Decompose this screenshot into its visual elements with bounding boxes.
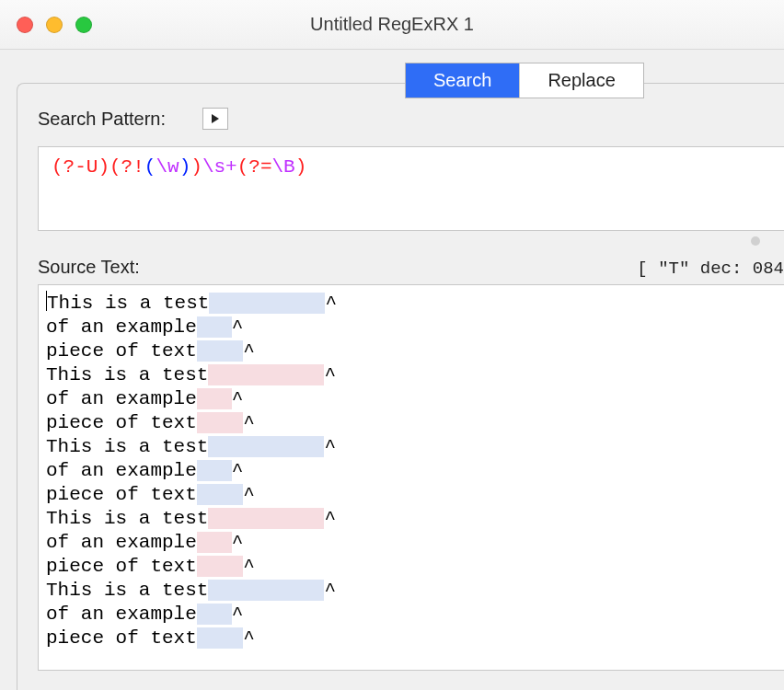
pattern-token: \s+ <box>202 156 237 178</box>
minimize-window-button[interactable] <box>46 17 63 33</box>
eol-marker: ^ <box>232 604 244 625</box>
match-highlight <box>197 316 232 338</box>
pattern-token: (?! <box>110 156 144 178</box>
source-line-text: of an example <box>46 388 197 409</box>
svg-marker-0 <box>212 114 219 123</box>
eol-marker: ^ <box>232 316 244 338</box>
match-highlight <box>197 484 243 505</box>
pattern-menu-button[interactable] <box>202 108 228 130</box>
window-titlebar: Untitled RegExRX 1 <box>0 0 784 50</box>
source-line-text: This is a test <box>46 580 208 601</box>
source-line: piece of text ^ <box>46 339 778 363</box>
source-line-text: of an example <box>46 316 197 338</box>
pattern-token: \B <box>272 156 295 178</box>
pattern-input[interactable]: (?-U)(?!(\w))\s+(?=\B) <box>38 146 784 231</box>
match-highlight <box>197 412 243 433</box>
panel-frame: Search Pattern: (?-U)(?!(\w))\s+(?=\B) S… <box>17 83 784 690</box>
source-line-text: piece of text <box>46 340 197 362</box>
source-line: piece of text ^ <box>46 411 778 435</box>
source-line: This is a test ^ <box>46 507 778 531</box>
source-line-text: This is a test <box>47 293 209 314</box>
window-traffic-lights <box>0 17 92 33</box>
source-line-text: piece of text <box>46 627 197 649</box>
source-line: of an example ^ <box>46 459 778 483</box>
source-line-text: This is a test <box>46 508 208 529</box>
match-highlight <box>197 532 232 553</box>
eol-marker: ^ <box>243 412 255 433</box>
match-highlight <box>197 604 232 625</box>
mode-tabstrip: Search Replace <box>405 63 644 98</box>
source-line: of an example ^ <box>46 531 778 555</box>
match-highlight <box>208 436 324 457</box>
eol-marker: ^ <box>325 293 337 314</box>
tab-search[interactable]: Search <box>406 63 519 98</box>
source-line-text: piece of text <box>46 412 197 433</box>
eol-marker: ^ <box>324 508 336 529</box>
tab-replace[interactable]: Replace <box>519 63 642 98</box>
source-line-text: piece of text <box>46 556 197 577</box>
match-highlight <box>209 293 325 314</box>
eol-marker: ^ <box>232 460 244 481</box>
match-highlight <box>197 460 232 481</box>
eol-marker: ^ <box>324 364 336 385</box>
eol-marker: ^ <box>232 532 244 553</box>
match-highlight <box>208 364 324 385</box>
match-highlight <box>197 388 232 409</box>
close-window-button[interactable] <box>17 17 33 33</box>
source-line: of an example ^ <box>46 316 778 339</box>
match-highlight <box>208 508 324 529</box>
split-divider[interactable] <box>17 231 784 253</box>
source-line: This is a test ^ <box>46 579 778 603</box>
play-icon <box>211 113 220 124</box>
source-line: This is a test ^ <box>46 363 778 387</box>
split-grip-icon <box>751 236 760 246</box>
source-line-text: of an example <box>46 460 197 481</box>
eol-marker: ^ <box>243 627 255 649</box>
window-title: Untitled RegExRX 1 <box>0 14 784 35</box>
match-highlight <box>208 580 324 601</box>
source-line: piece of text ^ <box>46 627 778 650</box>
source-line: piece of text ^ <box>46 483 778 507</box>
source-line-text: This is a test <box>46 436 208 457</box>
pattern-token: ) <box>190 156 202 178</box>
source-text-input[interactable]: This is a test ^of an example ^piece of … <box>38 284 784 671</box>
pattern-token: (?= <box>237 156 272 178</box>
eol-marker: ^ <box>324 580 336 601</box>
pattern-token: (?-U) <box>52 156 110 178</box>
source-line-text: piece of text <box>46 484 197 505</box>
source-line-text: of an example <box>46 532 197 553</box>
pattern-token: ( <box>144 156 156 178</box>
source-line: piece of text ^ <box>46 555 778 579</box>
eol-marker: ^ <box>232 388 244 409</box>
source-section: Source Text: [ "T" dec: 084 This is a te… <box>17 253 784 671</box>
source-line: of an example ^ <box>46 387 778 411</box>
source-line-text: of an example <box>46 604 197 625</box>
eol-marker: ^ <box>324 436 336 457</box>
source-line: This is a test ^ <box>46 291 778 316</box>
pattern-token: \w <box>156 156 179 178</box>
source-line-text: This is a test <box>46 364 208 385</box>
zoom-window-button[interactable] <box>75 17 92 33</box>
eol-marker: ^ <box>243 556 255 577</box>
pattern-label: Search Pattern: <box>38 109 166 130</box>
cursor-status-text: [ "T" dec: 084 <box>637 259 784 279</box>
source-line: of an example ^ <box>46 603 778 627</box>
match-highlight <box>197 556 243 577</box>
match-highlight <box>197 340 243 362</box>
eol-marker: ^ <box>243 484 255 505</box>
match-highlight <box>197 627 243 649</box>
pattern-token: ) <box>179 156 191 178</box>
pattern-token: ) <box>295 156 307 178</box>
source-line: This is a test ^ <box>46 435 778 459</box>
pattern-section: Search Pattern: (?-U)(?!(\w))\s+(?=\B) <box>17 84 784 231</box>
eol-marker: ^ <box>243 340 255 362</box>
source-label: Source Text: <box>38 257 140 278</box>
